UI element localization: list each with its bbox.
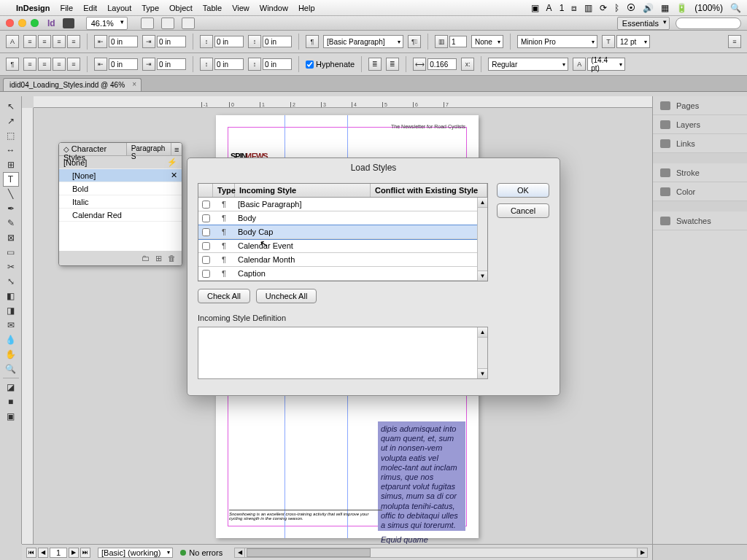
arrange-icon[interactable]: [182, 18, 195, 29]
leading-dropdown[interactable]: (14.4 pt): [587, 58, 625, 71]
apply-color-button[interactable]: ■: [3, 394, 19, 409]
rectangle-tool[interactable]: ▭: [3, 245, 19, 260]
menu-view[interactable]: View: [232, 4, 249, 12]
scroll-right-button[interactable]: ▶: [637, 548, 647, 557]
panel-pages[interactable]: Pages: [653, 96, 747, 115]
scroll-thumb[interactable]: [247, 548, 370, 557]
justify-all-button[interactable]: ≡: [23, 58, 36, 71]
direct-selection-tool[interactable]: ↗: [3, 114, 19, 128]
gradient-feather-tool[interactable]: ◨: [3, 303, 19, 318]
menu-edit[interactable]: Edit: [83, 4, 97, 12]
col-type[interactable]: Type: [213, 184, 235, 197]
def-scroll-up[interactable]: ▲: [478, 327, 487, 338]
definition-scrollbar[interactable]: ▲ ▼: [477, 327, 487, 378]
menu-help[interactable]: Help: [298, 4, 315, 12]
scroll-down-button[interactable]: ▼: [478, 271, 487, 281]
last-page-button[interactable]: ⏭: [80, 548, 90, 558]
help-search-input[interactable]: [676, 18, 741, 29]
space-after-field[interactable]: [263, 36, 292, 47]
rectangle-frame-tool[interactable]: ⊠: [3, 230, 19, 245]
type-tool[interactable]: T: [3, 172, 19, 187]
grid-before-field[interactable]: [214, 58, 244, 70]
current-page-field[interactable]: 1: [50, 548, 67, 558]
cancel-button[interactable]: Cancel: [497, 203, 549, 218]
menu-object[interactable]: Object: [169, 4, 193, 12]
font-size-dropdown[interactable]: 12 pt: [616, 35, 650, 48]
new-style-icon[interactable]: ⊞: [155, 254, 162, 263]
def-scroll-down[interactable]: ▼: [478, 368, 487, 378]
fill-stroke-swap[interactable]: ◪: [3, 380, 19, 394]
panel-dock-toggle[interactable]: [652, 544, 747, 560]
char-styles-tab[interactable]: ◇ Character Styles: [59, 143, 127, 155]
indent-left-field[interactable]: [109, 36, 138, 47]
content-collector-tool[interactable]: ⊞: [3, 158, 19, 172]
panel-links[interactable]: Links: [653, 134, 747, 153]
para-mode-button[interactable]: ¶: [6, 58, 19, 71]
new-folder-icon[interactable]: 🗀: [142, 254, 150, 262]
panel-layers[interactable]: Layers: [653, 115, 747, 134]
baseline-dropdown[interactable]: None: [471, 35, 503, 48]
gradient-swatch-tool[interactable]: ◧: [3, 289, 19, 303]
row-checkbox[interactable]: [202, 270, 210, 278]
justify-last-left-button[interactable]: ≡: [38, 58, 51, 71]
menu-type[interactable]: Type: [142, 4, 159, 12]
check-all-button[interactable]: Check All: [198, 289, 250, 303]
screen-mode-tool[interactable]: ▣: [3, 409, 19, 424]
hyphenate-checkbox[interactable]: Hyphenate: [306, 60, 355, 69]
prev-page-button[interactable]: ◀: [38, 548, 48, 558]
indent-right-field[interactable]: [157, 36, 186, 47]
bridge-icon[interactable]: [63, 18, 74, 28]
delete-x-icon[interactable]: ✕: [171, 171, 177, 180]
uncheck-all-button[interactable]: Uncheck All: [256, 289, 317, 303]
table-scrollbar[interactable]: ▲ ▼: [477, 198, 487, 281]
align-justify-button[interactable]: ≡: [67, 35, 80, 48]
menu-table[interactable]: Table: [203, 4, 222, 12]
app-name[interactable]: InDesign: [16, 4, 50, 12]
free-transform-tool[interactable]: ⤡: [3, 274, 19, 289]
columns-field[interactable]: [449, 36, 467, 47]
font-style-dropdown[interactable]: Regular: [488, 58, 568, 71]
col-conflict[interactable]: Conflict with Existing Style: [371, 184, 487, 197]
panel-swatches[interactable]: Swatches: [653, 211, 747, 230]
selection-tool[interactable]: ↖: [3, 99, 19, 114]
row-checkbox[interactable]: [202, 201, 210, 209]
align-right-button[interactable]: ≡: [53, 35, 66, 48]
align-left-button[interactable]: ≡: [23, 35, 36, 48]
baseline-grid-off-icon[interactable]: ≣: [386, 58, 399, 71]
style-row[interactable]: ¶ Body: [198, 211, 487, 225]
document-tab[interactable]: idid04_Loading_Styles.indd @ 46%: [3, 78, 142, 91]
dropbox-icon[interactable]: ⧈: [571, 3, 577, 13]
first-page-button[interactable]: ⏮: [26, 548, 36, 558]
gap-tool[interactable]: ↔: [3, 143, 19, 158]
panel-menu-icon[interactable]: ≡: [728, 35, 741, 48]
style-item-calendar-red[interactable]: Calendar Red: [59, 209, 182, 222]
volume-icon[interactable]: 🔊: [643, 3, 654, 13]
workspace-dropdown[interactable]: Essentials: [617, 17, 670, 30]
page-tool[interactable]: ⬚: [3, 128, 19, 143]
first-line-field[interactable]: [109, 58, 138, 70]
style-item-italic[interactable]: Italic: [59, 195, 182, 209]
character-styles-panel[interactable]: ◇ Character Styles Paragraph S ≡ [None]⚡…: [58, 142, 182, 266]
panel-flyout-icon[interactable]: ≡: [171, 143, 182, 155]
col-incoming[interactable]: Incoming Style: [235, 184, 371, 197]
h-scrollbar[interactable]: ◀ ▶: [234, 548, 648, 558]
minimize-window-button[interactable]: [18, 19, 26, 27]
next-page-button[interactable]: ▶: [69, 548, 79, 558]
baseline-grid-on-icon[interactable]: ≣: [368, 58, 382, 71]
clear-overrides-button[interactable]: ¶⃠: [408, 35, 421, 48]
note-tool[interactable]: ✉: [3, 318, 19, 332]
row-checkbox[interactable]: [202, 256, 210, 264]
pen-tool[interactable]: ✒: [3, 201, 19, 216]
para-styles-tab[interactable]: Paragraph S: [127, 143, 172, 155]
clear-style-icon[interactable]: ⚡: [167, 158, 177, 167]
close-window-button[interactable]: [6, 19, 14, 27]
style-row[interactable]: ¶ Calendar Month: [198, 253, 487, 267]
style-row[interactable]: ¶ Calendar Event: [198, 239, 487, 253]
tracking-field[interactable]: [427, 58, 457, 70]
style-item-bold[interactable]: Bold: [59, 182, 182, 195]
line-tool[interactable]: ╲: [3, 187, 19, 201]
align-center-button[interactable]: ≡: [38, 35, 51, 48]
menu-layout[interactable]: Layout: [107, 4, 131, 12]
spotlight-icon[interactable]: 🔍: [730, 3, 741, 13]
panel-color[interactable]: Color: [653, 182, 747, 201]
